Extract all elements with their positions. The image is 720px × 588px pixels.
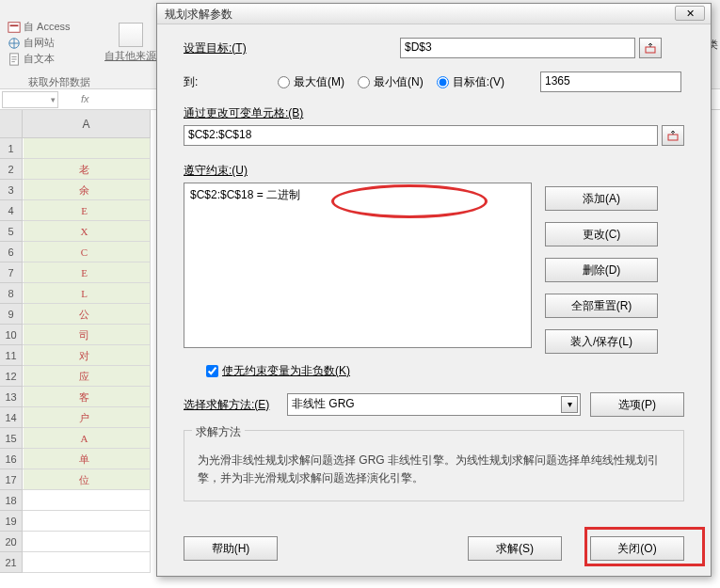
constraint-item[interactable]: $C$2:$C$18 = 二进制 (190, 187, 525, 203)
name-box[interactable]: ▾ (2, 91, 58, 108)
cell[interactable] (23, 511, 151, 532)
row-header[interactable]: 14 (0, 407, 23, 428)
close-dialog-button[interactable]: 关闭(O) (590, 536, 684, 561)
row-header[interactable]: 17 (0, 469, 23, 490)
cell[interactable]: 单 (23, 449, 151, 469)
radio-min[interactable]: 最小值(N) (358, 74, 424, 90)
cell-text: 对 (79, 350, 93, 361)
row-header[interactable]: 13 (0, 387, 23, 407)
cell-text: 位 (79, 474, 93, 485)
row-header[interactable]: 2 (0, 159, 23, 180)
to-label: 到: (184, 74, 278, 90)
row-header[interactable]: 10 (0, 325, 23, 345)
row-header[interactable]: 3 (0, 180, 23, 200)
cell[interactable]: 对 (23, 345, 151, 366)
web-icon (8, 37, 21, 50)
nonnegative-checkbox[interactable]: 使无约束变量为非负数(K) (206, 363, 684, 379)
ref-picker-button[interactable] (662, 125, 684, 146)
delete-button[interactable]: 删除(D) (545, 258, 658, 282)
svg-rect-0 (8, 22, 20, 32)
target-cell-input[interactable]: $D$3 (400, 38, 635, 58)
select-all-corner[interactable] (0, 110, 23, 138)
col-header-A[interactable]: A (23, 110, 151, 138)
load-save-button[interactable]: 装入/保存(L) (545, 329, 658, 354)
row-header[interactable]: 11 (0, 345, 23, 366)
cell[interactable]: 客 (23, 387, 151, 407)
cell[interactable]: 司 (23, 325, 151, 345)
row-header[interactable]: 6 (0, 242, 23, 262)
method-label: 选择求解方法:(E) (184, 397, 278, 413)
cell-text: 客 (79, 391, 93, 403)
text-icon (8, 53, 21, 66)
var-cells-input[interactable]: $C$2:$C$18 (184, 125, 658, 146)
cell[interactable]: 老 (23, 159, 151, 180)
external-data-group: 自 Access 自网站 自文本 自其他来源 (4, 19, 178, 67)
reset-all-button[interactable]: 全部重置(R) (545, 294, 658, 318)
access-icon (8, 21, 21, 34)
svg-rect-1 (10, 24, 19, 26)
cell[interactable] (23, 138, 151, 159)
cell[interactable]: 户 (23, 407, 151, 428)
row-header[interactable]: 19 (0, 511, 23, 532)
row-header[interactable]: 18 (0, 490, 23, 511)
dialog-title: 规划求解参数 (165, 7, 232, 23)
var-cells-label: 通过更改可变单元格:(B) (184, 105, 684, 121)
cell[interactable]: A (23, 428, 151, 449)
cell-text: 老 (79, 164, 93, 175)
row-header[interactable]: 1 (0, 138, 23, 159)
cell-text: C (81, 246, 91, 258)
fx-icon[interactable]: fx (81, 93, 89, 104)
svg-rect-4 (646, 47, 655, 53)
cell[interactable]: E (23, 200, 151, 221)
cell[interactable]: 应 (23, 366, 151, 387)
row-header[interactable]: 5 (0, 221, 23, 242)
ref-picker-button[interactable] (639, 38, 662, 58)
from-access-button[interactable]: 自 Access (4, 19, 74, 35)
options-button[interactable]: 选项(P) (590, 392, 684, 417)
help-button[interactable]: 帮助(H) (184, 536, 278, 561)
cell-text: 司 (79, 329, 93, 341)
cell[interactable]: C (23, 242, 151, 262)
add-button[interactable]: 添加(A) (545, 186, 658, 211)
solving-method-select[interactable]: 非线性 GRG ▾ (287, 393, 581, 416)
cell[interactable] (23, 532, 151, 552)
cell-text: E (81, 205, 91, 216)
chevron-down-icon: ▾ (561, 396, 578, 413)
constraints-label: 遵守约束:(U) (184, 163, 684, 179)
row-header[interactable]: 21 (0, 552, 23, 573)
cell[interactable] (23, 552, 151, 573)
change-button[interactable]: 更改(C) (545, 222, 658, 246)
solve-button[interactable]: 求解(S) (468, 536, 562, 561)
from-web-button[interactable]: 自网站 (4, 35, 74, 51)
desc-legend: 求解方法 (192, 423, 245, 441)
set-target-label: 设置目标:(T) (184, 40, 278, 56)
row-header[interactable]: 7 (0, 262, 23, 283)
cell[interactable]: 位 (23, 469, 151, 490)
row-header[interactable]: 4 (0, 200, 23, 221)
row-header[interactable]: 20 (0, 532, 23, 552)
cell-text: 应 (79, 371, 93, 382)
cell[interactable]: 余 (23, 180, 151, 200)
row-header[interactable]: 15 (0, 428, 23, 449)
cell[interactable]: E (23, 262, 151, 283)
other-source-icon (119, 23, 143, 47)
cell-text: X (81, 226, 92, 237)
cell-text: 公 (79, 309, 93, 320)
cell[interactable]: X (23, 221, 151, 242)
cell[interactable] (23, 490, 151, 511)
dialog-titlebar[interactable]: 规划求解参数 ✕ (157, 4, 711, 24)
cell-text: 单 (79, 453, 93, 465)
cell[interactable]: 公 (23, 304, 151, 325)
row-header[interactable]: 12 (0, 366, 23, 387)
from-text-button[interactable]: 自文本 (4, 51, 74, 67)
radio-max[interactable]: 最大值(M) (278, 74, 344, 90)
row-header[interactable]: 9 (0, 304, 23, 325)
constraints-listbox[interactable]: $C$2:$C$18 = 二进制 (184, 183, 532, 348)
target-value-input[interactable]: 1365 (540, 72, 681, 92)
radio-valueof[interactable]: 目标值:(V) (437, 74, 504, 90)
row-header[interactable]: 8 (0, 283, 23, 304)
cell[interactable]: L (23, 283, 151, 304)
row-header[interactable]: 16 (0, 449, 23, 469)
close-button[interactable]: ✕ (675, 6, 705, 21)
cell-text: 余 (79, 184, 93, 196)
